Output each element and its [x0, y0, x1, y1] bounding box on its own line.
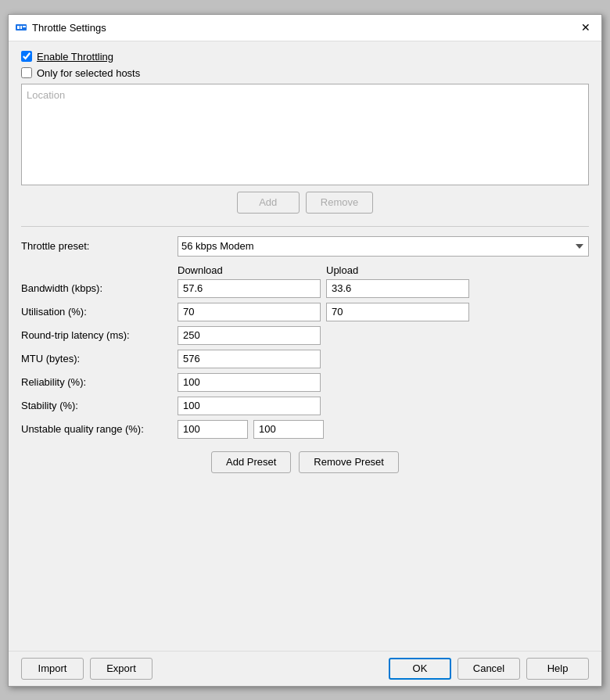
throttle-settings-window: Throttle Settings ✕ Enable Throttling On… [8, 14, 602, 687]
utilisation-download-input[interactable] [178, 303, 321, 321]
unstable-quality-label: Unstable quality range (%): [21, 423, 178, 435]
add-remove-buttons: Add Remove [21, 192, 589, 214]
utilisation-row: Utilisation (%): [21, 303, 589, 321]
preset-action-buttons: Add Preset Remove Preset [21, 451, 589, 473]
preset-label: Throttle preset: [21, 240, 178, 252]
bandwidth-download-input[interactable] [178, 279, 321, 298]
cancel-button[interactable]: Cancel [458, 658, 520, 680]
reliability-input[interactable] [178, 373, 321, 392]
mtu-row: MTU (bytes): [21, 350, 589, 368]
upload-header: Upload [326, 264, 475, 276]
separator [21, 226, 589, 227]
unstable-quality-row: Unstable quality range (%): [21, 420, 589, 439]
stability-row: Stability (%): [21, 397, 589, 415]
preset-select[interactable]: 56 kbps Modem ISDN DSL T1 Custom [178, 236, 589, 257]
utilisation-upload-input[interactable] [326, 303, 469, 321]
add-preset-button[interactable]: Add Preset [211, 451, 291, 473]
title-bar: Throttle Settings ✕ [9, 15, 601, 41]
utilisation-label: Utilisation (%): [21, 306, 178, 318]
main-content: Enable Throttling Only for selected host… [9, 41, 601, 651]
close-button[interactable]: ✕ [576, 18, 595, 37]
location-box[interactable]: Location [21, 84, 589, 185]
stability-input[interactable] [178, 397, 321, 415]
reliability-row: Reliability (%): [21, 373, 589, 392]
bandwidth-label: Bandwidth (kbps): [21, 282, 178, 294]
enable-throttling-checkbox[interactable] [21, 51, 32, 62]
download-header: Download [178, 264, 326, 276]
only-selected-hosts-row: Only for selected hosts [21, 67, 589, 79]
reliability-label: Reliability (%): [21, 376, 178, 388]
throttle-icon [15, 21, 27, 34]
enable-throttling-row: Enable Throttling [21, 51, 589, 63]
title-bar-left: Throttle Settings [15, 21, 106, 34]
window-title: Throttle Settings [32, 22, 106, 34]
column-headers: Download Upload [21, 264, 589, 276]
only-selected-hosts-checkbox[interactable] [21, 67, 32, 78]
mtu-input[interactable] [178, 350, 321, 368]
bandwidth-row: Bandwidth (kbps): [21, 279, 589, 298]
unstable-quality-input2[interactable] [253, 420, 324, 439]
svg-rect-1 [17, 26, 20, 29]
latency-label: Round-trip latency (ms): [21, 329, 178, 341]
location-placeholder: Location [27, 89, 65, 101]
latency-row: Round-trip latency (ms): [21, 326, 589, 345]
stability-label: Stability (%): [21, 400, 178, 411]
svg-rect-3 [23, 26, 26, 27]
export-button[interactable]: Export [90, 658, 152, 680]
footer: Import Export OK Cancel Help [9, 651, 601, 686]
unstable-quality-input1[interactable] [178, 420, 248, 439]
remove-button[interactable]: Remove [306, 192, 373, 214]
bandwidth-upload-input[interactable] [326, 279, 469, 298]
import-button[interactable]: Import [21, 658, 84, 680]
latency-input[interactable] [178, 326, 321, 345]
svg-rect-2 [20, 26, 22, 29]
only-selected-hosts-label[interactable]: Only for selected hosts [37, 67, 140, 79]
footer-left: Import Export [21, 658, 152, 680]
remove-preset-button[interactable]: Remove Preset [299, 451, 399, 473]
mtu-label: MTU (bytes): [21, 353, 178, 364]
add-button[interactable]: Add [237, 192, 300, 214]
ok-button[interactable]: OK [389, 658, 451, 680]
footer-right: OK Cancel Help [389, 658, 589, 680]
enable-throttling-label[interactable]: Enable Throttling [37, 51, 113, 63]
help-button[interactable]: Help [526, 658, 589, 680]
preset-row: Throttle preset: 56 kbps Modem ISDN DSL … [21, 236, 589, 257]
